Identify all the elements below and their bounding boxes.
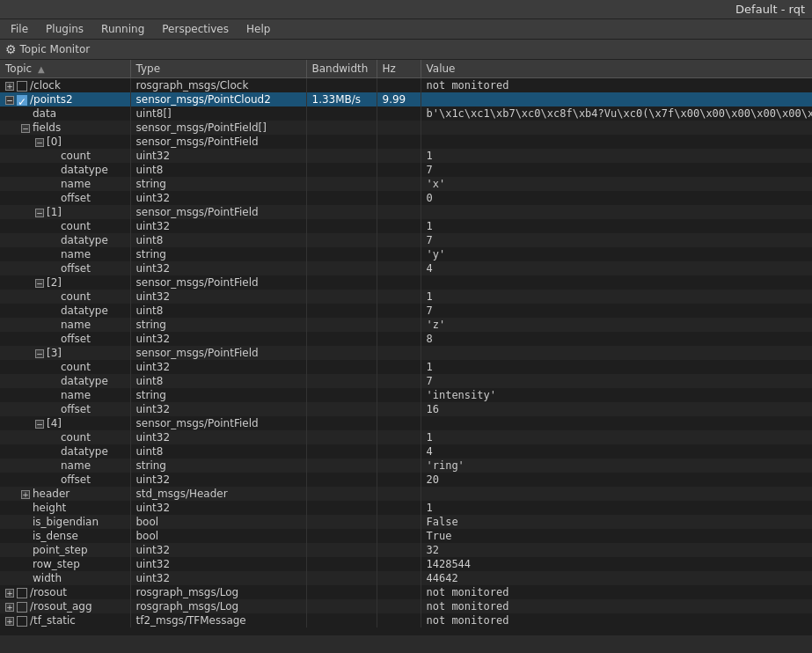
- table-row[interactable]: datatypeuint87: [0, 163, 812, 177]
- expand-button[interactable]: −: [35, 209, 44, 217]
- menu-item-help[interactable]: Help: [239, 21, 277, 37]
- table-row[interactable]: countuint321: [0, 219, 812, 233]
- cell-bandwidth: [306, 613, 377, 627]
- col-header-bandwidth[interactable]: Bandwidth: [306, 60, 377, 78]
- topic-name: [3]: [47, 347, 62, 359]
- col-header-type[interactable]: Type: [130, 60, 306, 78]
- table-row[interactable]: countuint321: [0, 149, 812, 163]
- expand-button[interactable]: −: [35, 138, 44, 147]
- table-row[interactable]: namestring'y': [0, 247, 812, 261]
- topic-checkbox[interactable]: [17, 81, 27, 92]
- col-header-value[interactable]: Value: [421, 60, 812, 78]
- menu-item-running[interactable]: Running: [94, 21, 151, 37]
- cell-type: string: [130, 318, 306, 332]
- cell-topic: +/rosout: [0, 585, 130, 599]
- menu-item-perspectives[interactable]: Perspectives: [155, 21, 236, 37]
- cell-bandwidth: [306, 332, 377, 346]
- topic-checkbox[interactable]: [17, 616, 27, 627]
- app-icon: ⚙: [5, 42, 17, 56]
- col-header-topic[interactable]: Topic ▲: [0, 60, 130, 78]
- table-row[interactable]: offsetuint328: [0, 332, 812, 346]
- cell-hz: [377, 402, 421, 416]
- expand-button[interactable]: −: [21, 124, 30, 133]
- cell-type: sensor_msgs/PointField: [130, 416, 306, 430]
- cell-hz: [377, 613, 421, 627]
- expand-button[interactable]: +: [5, 589, 14, 598]
- expand-button[interactable]: −: [35, 279, 44, 288]
- table-row[interactable]: namestring'intensity': [0, 388, 812, 402]
- cell-value: 1: [421, 290, 812, 304]
- table-row[interactable]: is_bigendianboolFalse: [0, 515, 812, 529]
- expand-button[interactable]: +: [5, 617, 14, 626]
- table-row[interactable]: −[1]sensor_msgs/PointField: [0, 205, 812, 219]
- topic-name: name: [61, 319, 91, 331]
- table-row[interactable]: offsetuint3216: [0, 402, 812, 416]
- table-row[interactable]: namestring'ring': [0, 459, 812, 473]
- cell-bandwidth: [306, 233, 377, 247]
- col-value-label: Value: [427, 62, 456, 75]
- table-row[interactable]: countuint321: [0, 360, 812, 374]
- expand-button[interactable]: +: [21, 490, 30, 499]
- cell-value: 7: [421, 233, 812, 247]
- cell-type: uint32: [130, 332, 306, 346]
- table-row[interactable]: +/clockrosgraph_msgs/Clocknot monitored: [0, 78, 812, 93]
- table-row[interactable]: widthuint3244642: [0, 571, 812, 585]
- table-row[interactable]: countuint321: [0, 430, 812, 444]
- table-row[interactable]: −[0]sensor_msgs/PointField: [0, 135, 812, 149]
- cell-topic: +/clock: [0, 78, 130, 93]
- cell-value: 1: [421, 219, 812, 233]
- topic-name: [0]: [47, 136, 62, 148]
- topic-checkbox[interactable]: [17, 602, 27, 613]
- table-row[interactable]: datauint8[]b'\x1c\xc1\xb7\xc0\xc8f\xb4?V…: [0, 106, 812, 121]
- cell-hz: [377, 290, 421, 304]
- cell-value: 'y': [421, 247, 812, 261]
- table-row[interactable]: −[2]sensor_msgs/PointField: [0, 275, 812, 290]
- table-row[interactable]: heightuint321: [0, 501, 812, 515]
- topic-checkbox[interactable]: [17, 588, 27, 598]
- table-row[interactable]: namestring'z': [0, 318, 812, 332]
- topic-name: datatype: [61, 304, 108, 317]
- topic-checkbox[interactable]: ✓: [17, 95, 27, 106]
- expand-button[interactable]: −: [35, 420, 44, 429]
- cell-hz: [377, 247, 421, 261]
- table-row[interactable]: −[4]sensor_msgs/PointField: [0, 416, 812, 430]
- menu-item-file[interactable]: File: [4, 21, 35, 37]
- expand-button[interactable]: +: [5, 82, 14, 91]
- table-row[interactable]: datatypeuint87: [0, 374, 812, 388]
- table-row[interactable]: +/tf_statictf2_msgs/TFMessagenot monitor…: [0, 613, 812, 627]
- table-row[interactable]: countuint321: [0, 290, 812, 304]
- cell-hz: [377, 585, 421, 599]
- menu-item-plugins[interactable]: Plugins: [39, 21, 91, 37]
- table-row[interactable]: datatypeuint84: [0, 444, 812, 459]
- cell-hz: [377, 571, 421, 585]
- table-row[interactable]: row_stepuint321428544: [0, 557, 812, 571]
- cell-topic: −fields: [0, 121, 130, 135]
- table-row[interactable]: −✓/points2sensor_msgs/PointCloud21.33MB/…: [0, 92, 812, 106]
- table-row[interactable]: −[3]sensor_msgs/PointField: [0, 346, 812, 360]
- topic-name: /rosout_agg: [30, 600, 92, 613]
- cell-value: [421, 135, 812, 149]
- table-row[interactable]: point_stepuint3232: [0, 543, 812, 557]
- expand-button[interactable]: +: [5, 603, 14, 612]
- expand-button[interactable]: −: [5, 96, 14, 105]
- table-row[interactable]: is_denseboolTrue: [0, 529, 812, 543]
- table-row[interactable]: datatypeuint87: [0, 233, 812, 247]
- cell-topic: is_dense: [0, 529, 130, 543]
- table-row[interactable]: namestring'x': [0, 177, 812, 191]
- table-row[interactable]: offsetuint3220: [0, 473, 812, 487]
- table-row[interactable]: −fieldssensor_msgs/PointField[]: [0, 121, 812, 135]
- table-row[interactable]: +/rosout_aggrosgraph_msgs/Lognot monitor…: [0, 599, 812, 613]
- cell-type: std_msgs/Header: [130, 487, 306, 501]
- col-header-hz[interactable]: Hz: [377, 60, 421, 78]
- table-row[interactable]: datatypeuint87: [0, 304, 812, 318]
- table-row[interactable]: +/rosoutrosgraph_msgs/Lognot monitored: [0, 585, 812, 599]
- topic-name: /points2: [30, 93, 73, 106]
- cell-value: 32: [421, 543, 812, 557]
- table-row[interactable]: offsetuint324: [0, 261, 812, 275]
- table-row[interactable]: offsetuint320: [0, 191, 812, 205]
- table-row[interactable]: +headerstd_msgs/Header: [0, 487, 812, 501]
- cell-bandwidth: [306, 529, 377, 543]
- cell-bandwidth: [306, 388, 377, 402]
- expand-button[interactable]: −: [35, 349, 44, 358]
- cell-type: uint8: [130, 444, 306, 459]
